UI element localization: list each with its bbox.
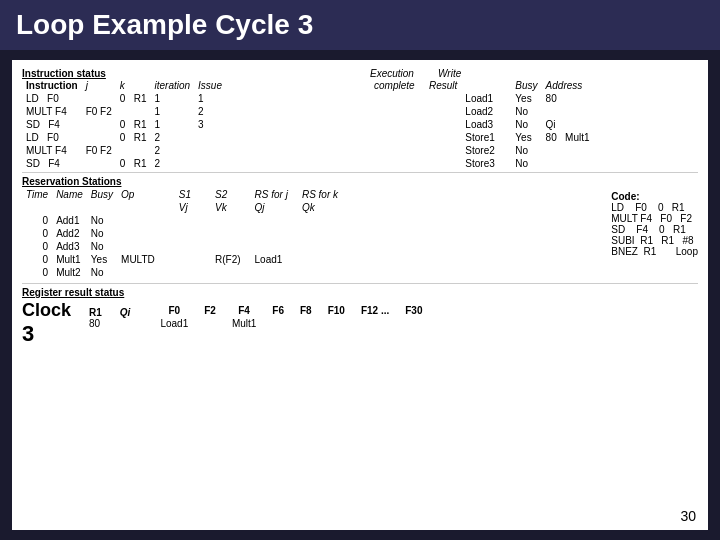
fu-addr: [542, 105, 594, 118]
rs-vk: [195, 240, 245, 253]
rs-vk: [195, 214, 245, 227]
rs-row: 0 Add2 No: [22, 227, 342, 240]
r1-label: R1: [89, 307, 102, 318]
rs-h-op: Op: [117, 188, 159, 201]
reg-h-f8: F8: [292, 304, 320, 317]
table-row: MULT F4 F0 F2 1 2: [22, 105, 226, 118]
qi-label: Qi: [120, 307, 131, 318]
col-busy: Busy: [511, 79, 541, 92]
divider1: [22, 172, 698, 173]
code-line-5: BNEZ R1 Loop: [611, 246, 698, 257]
rs-name: Add1: [52, 214, 87, 227]
rs-h-s1: S1: [159, 188, 195, 201]
instruction-status-panel: Instruction status Instruction j k itera…: [22, 68, 350, 170]
code-line-2: MULT F4 F0 F2: [611, 213, 698, 224]
exec-label: Execution: [370, 68, 414, 79]
rs-vj: [159, 253, 195, 266]
fu-row: Load2 No: [370, 105, 594, 118]
exec-write-header: Execution Write: [370, 68, 698, 79]
code-panel: Code: LD F0 0 R1 MULT F4 F0 F2 SD F4 0 R…: [611, 191, 698, 279]
rs-sh-busy: [87, 201, 117, 214]
rs-qk: [292, 227, 342, 240]
fu-exec: [370, 144, 425, 157]
col-result: Result: [425, 79, 461, 92]
col-exec-complete: complete: [370, 79, 425, 92]
rs-qj: [245, 214, 292, 227]
rs-op: [117, 266, 159, 279]
inst-issue: [194, 157, 226, 170]
top-area: Instruction status Instruction j k itera…: [22, 68, 698, 170]
reg-v-f2: [196, 317, 224, 330]
fu-exec: [370, 157, 425, 170]
clock-label: Clock: [22, 300, 71, 321]
fu-name: Load1: [461, 92, 511, 105]
rs-row: 0 Mult1 Yes MULTD R(F2) Load1: [22, 253, 342, 266]
inst-iter: 2: [150, 131, 194, 144]
inst-issue: [194, 144, 226, 157]
fu-busy: No: [511, 118, 541, 131]
fu-row: Load1 Yes 80: [370, 92, 594, 105]
clock-row: Clock 3 R1 80 Qi F0 F2 F4 F6 F8: [22, 300, 698, 347]
rs-h-s2: S2: [195, 188, 245, 201]
fu-busy: Yes: [511, 92, 541, 105]
fu-busy: No: [511, 157, 541, 170]
inst-name: SD F4: [22, 118, 82, 131]
reg-v-f10: [320, 317, 353, 330]
inst-iter: 2: [150, 144, 194, 157]
reg-h-f6: F6: [264, 304, 292, 317]
rs-op: MULTD: [117, 253, 159, 266]
reg-table: F0 F2 F4 F6 F8 F10 F12 ... F30 Load1 Mu: [152, 304, 430, 330]
fu-busy: Yes: [511, 131, 541, 144]
rs-time: 0: [22, 266, 52, 279]
inst-iter: 1: [150, 105, 194, 118]
rs-sh-op: [117, 201, 159, 214]
fu-busy: No: [511, 105, 541, 118]
clock-value: 3: [22, 321, 34, 347]
reg-v-f6: [264, 317, 292, 330]
inst-issue: 2: [194, 105, 226, 118]
rs-op: [117, 240, 159, 253]
rs-qj: [245, 266, 292, 279]
page-title: Loop Example Cycle 3: [16, 9, 313, 41]
rs-op: [117, 227, 159, 240]
inst-k: 0 R1: [116, 118, 151, 131]
fu-status-panel: Execution Write complete Result Busy Add…: [370, 68, 698, 170]
reg-h-f30: F30: [397, 304, 430, 317]
rs-vj: [159, 266, 195, 279]
table-row: LD F0 0 R1 1 1: [22, 92, 226, 105]
fu-name: Load3: [461, 118, 511, 131]
rs-vj: [159, 227, 195, 240]
rs-time: 0: [22, 240, 52, 253]
col-k: k: [116, 79, 151, 92]
rs-sh-qk: Qk: [292, 201, 342, 214]
rs-name: Mult1: [52, 253, 87, 266]
fu-addr: Qi: [542, 118, 594, 131]
fu-result: [425, 131, 461, 144]
page-number: 30: [680, 508, 696, 524]
rs-vk: [195, 266, 245, 279]
rs-row: 0 Add3 No: [22, 240, 342, 253]
title-bar: Loop Example Cycle 3: [0, 0, 720, 50]
inst-j: [82, 92, 116, 105]
inst-name: MULT F4: [22, 105, 82, 118]
inst-j: F0 F2: [82, 144, 116, 157]
reg-v-f4: Mult1: [224, 317, 264, 330]
rs-time: 0: [22, 214, 52, 227]
rs-qk: [292, 214, 342, 227]
fu-busy: No: [511, 144, 541, 157]
rs-sh-qj: Qj: [245, 201, 292, 214]
rs-qj: [245, 227, 292, 240]
col-issue: Issue: [194, 79, 226, 92]
col-iter: iteration: [150, 79, 194, 92]
table-row: MULT F4 F0 F2 2: [22, 144, 226, 157]
rs-vj: [159, 240, 195, 253]
rs-time: 0: [22, 227, 52, 240]
fu-addr: 80: [542, 92, 594, 105]
reg-v-f30: [397, 317, 430, 330]
fu-addr: [542, 157, 594, 170]
rs-section: Reservation Stations Time Name Busy Op S…: [22, 175, 698, 279]
inst-name: MULT F4: [22, 144, 82, 157]
rs-label: Reservation Stations: [22, 176, 121, 187]
rs-op: [117, 214, 159, 227]
r1-value: 80: [89, 318, 100, 329]
